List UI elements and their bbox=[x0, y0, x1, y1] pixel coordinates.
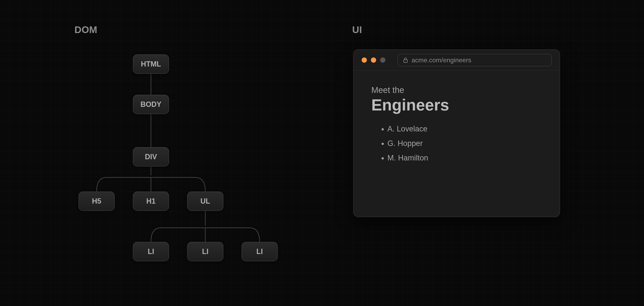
list-item: G. Hopper bbox=[388, 136, 542, 150]
traffic-lights bbox=[362, 57, 386, 63]
tree-node-html: HTML bbox=[133, 54, 169, 74]
tree-node-li-3: LI bbox=[242, 242, 278, 261]
section-label-ui: UI bbox=[352, 24, 362, 35]
browser-window: acme.com/engineers Meet the Engineers A.… bbox=[353, 49, 560, 217]
traffic-min-icon[interactable] bbox=[371, 57, 376, 63]
page-title: Engineers bbox=[371, 96, 542, 114]
list-item: M. Hamilton bbox=[388, 150, 542, 165]
section-label-dom: DOM bbox=[74, 24, 97, 35]
tree-node-li-1: LI bbox=[133, 242, 169, 261]
traffic-max-icon[interactable] bbox=[380, 57, 386, 63]
tree-node-ul: UL bbox=[187, 192, 224, 211]
traffic-close-icon[interactable] bbox=[362, 57, 367, 63]
tree-node-h5: H5 bbox=[78, 192, 115, 211]
url-text: acme.com/engineers bbox=[412, 56, 471, 64]
lock-icon bbox=[403, 57, 408, 63]
engineers-list: A. Lovelace G. Hopper M. Hamilton bbox=[371, 121, 542, 165]
list-item: A. Lovelace bbox=[388, 121, 542, 136]
page-subheading: Meet the bbox=[371, 85, 542, 95]
browser-toolbar: acme.com/engineers bbox=[354, 50, 560, 71]
tree-node-div: DIV bbox=[133, 147, 169, 167]
tree-node-li-2: LI bbox=[187, 242, 224, 261]
browser-viewport: Meet the Engineers A. Lovelace G. Hopper… bbox=[354, 71, 560, 180]
tree-node-body: BODY bbox=[133, 95, 169, 114]
dom-tree: HTML BODY DIV H5 H1 UL LI LI LI bbox=[60, 50, 282, 292]
svg-rect-0 bbox=[404, 60, 407, 63]
url-bar[interactable]: acme.com/engineers bbox=[398, 54, 552, 66]
tree-node-h1: H1 bbox=[133, 192, 169, 211]
